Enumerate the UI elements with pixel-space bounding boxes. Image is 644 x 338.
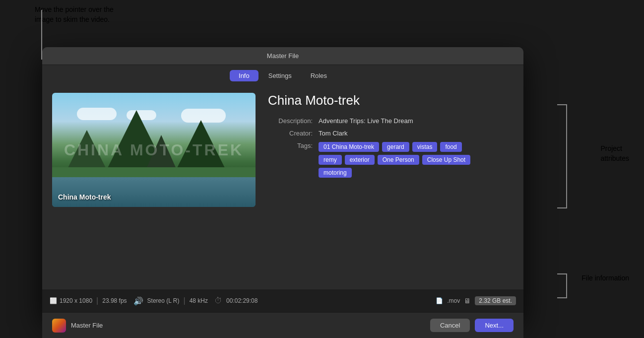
sep1: |: [96, 296, 98, 305]
file-icon-area: 📄 .mov 🖥 2.32 GB est.: [436, 296, 516, 305]
annotation-line: [41, 10, 42, 60]
annotation-file-info: File information: [581, 273, 629, 283]
monitor-icon: 🖥: [464, 297, 471, 305]
dialog-footer: Master File Cancel Next...: [42, 312, 523, 338]
description-label: Description:: [268, 117, 313, 125]
tag-food[interactable]: food: [440, 142, 461, 152]
bracket-attributes: [557, 104, 567, 208]
window-title: Master File: [267, 52, 299, 60]
creator-value: Tom Clark: [319, 130, 348, 137]
video-watermark: CHINA MOTO-TREK: [64, 141, 244, 159]
tags-container: 01 China Moto-trek gerard vistas food re…: [319, 142, 477, 178]
tag-one-person[interactable]: One Person: [378, 155, 419, 165]
creator-row: Creator: Tom Clark: [268, 130, 514, 137]
tab-roles[interactable]: Roles: [302, 70, 336, 81]
video-overlay-text: China Moto-trek: [58, 193, 111, 201]
fps: 23.98 fps: [102, 297, 127, 304]
tag-remy[interactable]: remy: [319, 155, 342, 165]
tabs-bar: Info Settings Roles: [42, 65, 523, 85]
next-button[interactable]: Next...: [475, 319, 514, 332]
description-value: Adventure Trips: Live The Dream: [319, 117, 413, 125]
tag-exterior[interactable]: exterior: [345, 155, 375, 165]
tags-row: Tags: 01 China Moto-trek gerard vistas f…: [268, 142, 514, 178]
tab-info[interactable]: Info: [230, 70, 258, 81]
file-size: 2.32 GB est.: [475, 296, 516, 305]
tag-motoring[interactable]: motoring: [319, 168, 352, 178]
title-bar: Master File: [42, 47, 523, 65]
tag-close-up-shot[interactable]: Close Up Shot: [422, 155, 470, 165]
duration: 00:02:29:08: [226, 297, 258, 304]
sep2: 🔊: [133, 296, 143, 306]
tag-gerard[interactable]: gerard: [382, 142, 409, 152]
resolution: 1920 x 1080: [60, 297, 92, 304]
creator-label: Creator:: [268, 130, 313, 137]
annotation-project-attributes: Project attributes: [600, 144, 629, 163]
tag-01-china-moto-trek[interactable]: 01 China Moto-trek: [319, 142, 379, 152]
bracket-file-info: [557, 273, 567, 298]
video-landscape: CHINA MOTO-TREK China Moto-trek: [52, 93, 256, 207]
app-logo: [52, 319, 66, 333]
description-row: Description: Adventure Trips: Live The D…: [268, 117, 514, 125]
sample-rate: 48 kHz: [190, 297, 208, 304]
annotation-top: Move the pointer over the image to skim …: [35, 5, 114, 24]
tab-settings[interactable]: Settings: [259, 70, 301, 81]
doc-icon: 📄: [436, 297, 443, 304]
content-area: CHINA MOTO-TREK China Moto-trek China Mo…: [42, 85, 523, 214]
info-panel: China Moto-trek Description: Adventure T…: [268, 93, 514, 207]
format: .mov: [447, 297, 460, 304]
resolution-icon: ⬜: [50, 297, 57, 304]
sep4: ⏱: [214, 296, 222, 305]
tags-label: Tags:: [268, 142, 313, 178]
sep3: |: [184, 296, 186, 305]
tag-vistas[interactable]: vistas: [412, 142, 438, 152]
project-title: China Moto-trek: [268, 93, 514, 108]
footer-buttons: Cancel Next...: [430, 319, 514, 332]
video-preview[interactable]: CHINA MOTO-TREK China Moto-trek: [52, 93, 256, 207]
main-window: Master File Info Settings Roles CHINA: [42, 47, 523, 318]
cancel-button[interactable]: Cancel: [430, 319, 470, 332]
water: [52, 177, 256, 207]
audio: Stereo (L R): [147, 297, 180, 304]
file-info-bar: ⬜ 1920 x 1080 | 23.98 fps 🔊 Stereo (L R)…: [42, 289, 523, 312]
footer-title: Master File: [71, 322, 103, 329]
